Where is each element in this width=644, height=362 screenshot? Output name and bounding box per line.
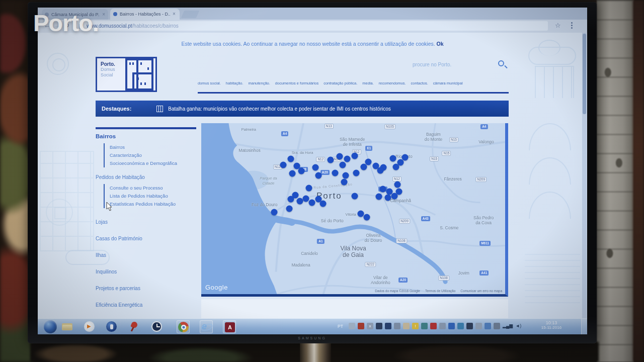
sidebar-item[interactable]: Bairros (110, 143, 201, 151)
sidebar-link[interactable]: Lojas (96, 219, 201, 225)
map-marker[interactable] (380, 186, 386, 192)
monitor-tray-icon[interactable] (394, 323, 400, 329)
map-marker[interactable] (271, 209, 277, 215)
search-input[interactable]: procure no Porto. (413, 62, 451, 67)
highlights-bar[interactable]: Destaques: Batalha ganha: municípios vão… (96, 101, 509, 117)
map-marker[interactable] (336, 153, 343, 160)
map-marker[interactable] (391, 193, 397, 199)
map-marker[interactable] (286, 206, 293, 212)
chrome-icon[interactable] (177, 320, 190, 333)
map-marker[interactable] (375, 193, 382, 200)
site-logo[interactable]: Porto. Domus Social (96, 57, 157, 92)
computer-tray-icon[interactable] (466, 323, 473, 329)
sidebar-item[interactable]: Estatísticas Pedidos Habitação (110, 200, 201, 208)
map-marker[interactable] (341, 179, 347, 186)
nav-item[interactable]: contratação pública. (324, 81, 357, 85)
map-marker[interactable] (401, 154, 408, 161)
map-marker[interactable] (358, 211, 364, 217)
acrobat-icon[interactable]: A (223, 320, 236, 333)
map-marker[interactable] (332, 169, 338, 176)
map-marker[interactable] (327, 157, 334, 163)
map-marker[interactable] (306, 185, 312, 192)
report-error-link[interactable]: Comunicar um erro no mapa (460, 289, 502, 293)
sidebar-section-title[interactable]: Pedidos de Habitação (96, 174, 201, 180)
browser-tab-2-active[interactable]: Bairros - Habitações - D... × (110, 9, 180, 20)
pin-app-icon[interactable] (128, 320, 141, 333)
taskbar-clock[interactable]: 10:13 15-11-2016 (532, 320, 571, 330)
map-marker[interactable] (352, 152, 358, 159)
sidebar-link[interactable]: Ilhas (96, 252, 201, 258)
nav-item[interactable]: domus social. (198, 81, 221, 85)
doc-x-tray-icon[interactable]: x (367, 323, 373, 329)
nav-item[interactable]: habitação. (226, 81, 244, 85)
warning-tray-icon[interactable]: ! (412, 323, 419, 329)
nav-item[interactable]: documentos e formulários (275, 81, 318, 85)
map-marker[interactable] (319, 200, 326, 207)
search-icon[interactable] (498, 60, 504, 66)
map-marker[interactable] (288, 196, 294, 203)
nav-item[interactable]: câmara municipal (433, 81, 463, 85)
bluetooth-tray-icon[interactable] (448, 323, 455, 329)
browser-menu-icon[interactable] (571, 22, 573, 30)
sidebar-item[interactable]: Socioeconómica e Demográfica (110, 159, 201, 167)
tab-close-icon[interactable]: × (102, 12, 105, 17)
power-tray-icon[interactable] (494, 323, 500, 329)
map-marker[interactable] (385, 194, 391, 201)
sidebar-link[interactable]: Inquilinos (96, 269, 201, 275)
map-marker[interactable] (394, 182, 400, 188)
map-marker[interactable] (289, 170, 296, 177)
grid-tray-icon[interactable] (485, 323, 491, 329)
tab-close-icon[interactable]: × (173, 12, 176, 17)
new-tab-button[interactable] (181, 11, 200, 18)
map-marker[interactable] (389, 155, 396, 161)
map-marker[interactable] (377, 167, 384, 173)
map-marker[interactable] (303, 195, 309, 202)
terms-link[interactable]: Termos de Utilização (425, 289, 455, 293)
app-gray-tray-icon[interactable] (349, 323, 355, 329)
display-tray-icon[interactable] (376, 323, 382, 329)
map-marker[interactable] (315, 172, 321, 178)
sidebar-link[interactable]: Projetos e parcerias (96, 286, 201, 291)
map-marker[interactable] (297, 198, 303, 204)
internet-explorer-icon[interactable]: e (200, 320, 213, 333)
google-map[interactable]: A4N13N105A4N15N15N15E1N12N209N12A28N12N1… (201, 123, 508, 297)
page-scrollbar[interactable] (582, 33, 587, 318)
sidebar-section-title[interactable]: Bairros (96, 133, 201, 139)
volume-icon[interactable]: ◄) (515, 323, 521, 329)
show-desktop-button[interactable] (581, 319, 587, 334)
sync-tray-icon[interactable] (421, 323, 428, 329)
map-marker[interactable] (344, 156, 350, 162)
sidebar-item[interactable]: Caracterização (110, 151, 201, 159)
sidebar-link[interactable]: Eficiência Energética (96, 302, 201, 308)
map-marker[interactable] (364, 214, 370, 221)
app-red-tray-icon[interactable] (358, 323, 364, 329)
explorer-icon[interactable] (61, 320, 74, 333)
cookie-ok-button[interactable]: Ok (437, 41, 444, 47)
app-blue-icon[interactable] (105, 320, 118, 333)
url-bar[interactable]: www.domussocial.pt /habitacoes/c/bairros (75, 21, 548, 31)
network-signal-icon[interactable]: ▂▄▆ (503, 323, 513, 329)
sidebar-link[interactable]: Casas do Património (96, 236, 201, 241)
highlights-headline[interactable]: Batalha ganha: municípios vão conhecer m… (168, 106, 390, 112)
clock-app-icon[interactable] (150, 320, 164, 333)
media-player-icon[interactable] (83, 320, 96, 333)
scrollbar-thumb[interactable] (583, 34, 586, 114)
box-tray-icon[interactable] (439, 323, 446, 329)
map-marker[interactable] (312, 164, 318, 171)
map-marker[interactable] (392, 163, 399, 170)
map-marker[interactable] (298, 168, 305, 174)
shield-tray-icon[interactable] (457, 323, 464, 329)
map-marker[interactable] (288, 156, 294, 162)
security-tray-icon[interactable] (430, 323, 437, 329)
nav-item[interactable]: media. (362, 81, 374, 85)
language-indicator[interactable]: PT (338, 324, 343, 329)
map-marker[interactable] (361, 163, 367, 170)
map-marker[interactable] (339, 162, 346, 168)
map-marker[interactable] (352, 193, 358, 199)
map-marker[interactable] (280, 162, 287, 168)
map-marker[interactable] (342, 172, 349, 178)
nav-item[interactable]: contactos. (411, 81, 428, 85)
map-marker[interactable] (309, 200, 315, 206)
bookmark-star-icon[interactable]: ☆ (555, 22, 561, 29)
sidebar-item[interactable]: Lista de Pedidos Habitação (110, 192, 201, 200)
